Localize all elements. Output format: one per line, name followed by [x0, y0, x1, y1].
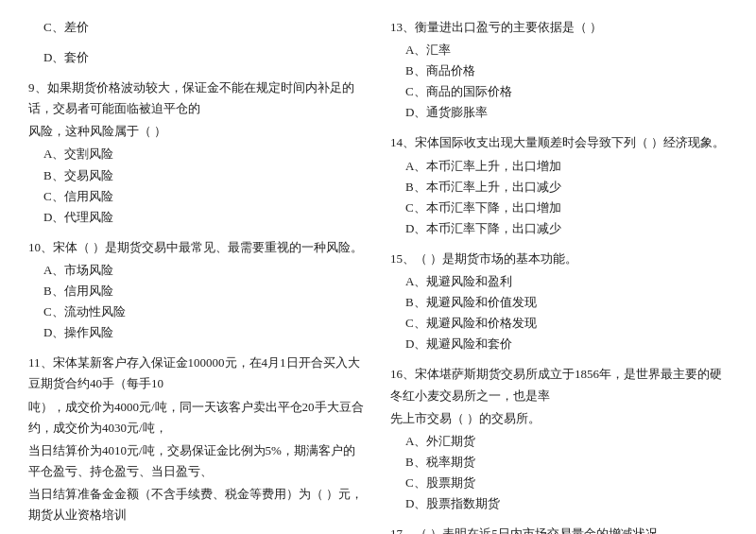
q16-optA: A、外汇期货	[405, 431, 728, 452]
q10-optC: C、流动性风险	[43, 301, 366, 322]
q11-line3: 当日结算价为4010元/吨，交易保证金比例为5%，期满客户的平仓盈亏、持仓盈亏、…	[28, 440, 366, 482]
q15-optA: A、规避风险和盈利	[405, 271, 728, 292]
question-16: 16、宋体堪萨斯期货交易所成立于1856年，是世界最主要的硬冬红小麦交易所之一，…	[390, 364, 728, 514]
q14-optA: A、本币汇率上升，出口增加	[405, 156, 728, 177]
q11-line4: 当日结算准备金金额（不含手续费、税金等费用）为（ ）元，期货从业资格培训	[28, 484, 366, 525]
question-10: 10、宋体（ ）是期货交易中最常见、最需要重视的一种风险。 A、市场风险 B、信…	[28, 237, 366, 343]
q14-optC: C、本币汇率下降，出口增加	[405, 198, 728, 218]
page-container: C、差价 D、套价 9、如果期货价格波动较大，保证金不能在规定时间内补足的话，交…	[28, 17, 728, 534]
option-text: D、套价	[43, 47, 366, 68]
q11-line1: 11、宋体某新客户存入保证金100000元，在4月1日开合买入大豆期货合约40手…	[28, 353, 366, 394]
question-14: 14、宋体国际收支出现大量顺差时会导致下列（ ）经济现象。 A、本币汇率上升，出…	[390, 132, 728, 238]
q11-line2: 吨），成交价为4000元/吨，同一天该客户卖出平仓20手大豆合约，成交价为403…	[28, 397, 366, 439]
q16-line2: 先上市交易（ ）的交易所。	[390, 408, 728, 429]
q14-line1: 14、宋体国际收支出现大量顺差时会导致下列（ ）经济现象。	[390, 132, 728, 153]
option-text: C、差价	[43, 17, 366, 38]
question-9: 9、如果期货价格波动较大，保证金不能在规定时间内补足的话，交易者可能面临被迫平仓…	[28, 78, 366, 228]
option-d-cover: D、套价	[28, 47, 366, 68]
q10-optB: B、信用风险	[43, 281, 366, 301]
q10-optD: D、操作风险	[43, 322, 366, 343]
q13-optC: C、商品的国际价格	[405, 81, 728, 102]
question-17: 17、（ ）表明在近5日内市场交易量金的增减状况。 A、市场资金总量变动率 B、…	[390, 524, 728, 534]
left-column: C、差价 D、套价 9、如果期货价格波动较大，保证金不能在规定时间内补足的话，交…	[28, 17, 383, 534]
q15-optD: D、规避风险和套价	[405, 334, 728, 354]
q15-optB: B、规避风险和价值发现	[405, 292, 728, 313]
q13-optA: A、汇率	[405, 40, 728, 60]
q9-line1: 9、如果期货价格波动较大，保证金不能在规定时间内补足的话，交易者可能面临被迫平仓…	[28, 78, 366, 119]
q14-optD: D、本币汇率下降，出口减少	[405, 218, 728, 239]
option-c-diff: C、差价	[28, 17, 366, 38]
q16-optB: B、税率期货	[405, 452, 728, 473]
q9-optC: C、信用风险	[43, 186, 366, 207]
q16-optC: C、股票期货	[405, 473, 728, 493]
q13-optD: D、通货膨胀率	[405, 102, 728, 123]
q13-line1: 13、衡量进出口盈亏的主要依据是（ ）	[390, 17, 728, 38]
question-13: 13、衡量进出口盈亏的主要依据是（ ） A、汇率 B、商品价格 C、商品的国际价…	[390, 17, 728, 123]
q10-line1: 10、宋体（ ）是期货交易中最常见、最需要重视的一种风险。	[28, 237, 366, 258]
q16-optD: D、股票指数期货	[405, 493, 728, 514]
question-15: 15、（ ）是期货市场的基本功能。 A、规避风险和盈利 B、规避风险和价值发现 …	[390, 249, 728, 354]
q15-line1: 15、（ ）是期货市场的基本功能。	[390, 249, 728, 269]
q10-optA: A、市场风险	[43, 260, 366, 281]
question-11: 11、宋体某新客户存入保证金100000元，在4月1日开合买入大豆期货合约40手…	[28, 353, 366, 534]
q9-optD: D、代理风险	[43, 207, 366, 228]
q9-optB: B、交易风险	[43, 165, 366, 186]
q17-line1: 17、（ ）表明在近5日内市场交易量金的增减状况。	[390, 524, 728, 534]
right-column: 13、衡量进出口盈亏的主要依据是（ ） A、汇率 B、商品价格 C、商品的国际价…	[383, 17, 728, 534]
q15-optC: C、规避风险和价格发现	[405, 313, 728, 334]
q9-optA: A、交割风险	[43, 144, 366, 164]
q13-optB: B、商品价格	[405, 60, 728, 81]
q11-optA: A、7000，7000，14000，28000	[43, 527, 366, 534]
q9-line2: 风险，这种风险属于（ ）	[28, 121, 366, 142]
q16-line1: 16、宋体堪萨斯期货交易所成立于1856年，是世界最主要的硬冬红小麦交易所之一，…	[390, 364, 728, 405]
q14-optB: B、本币汇率上升，出口减少	[405, 177, 728, 198]
